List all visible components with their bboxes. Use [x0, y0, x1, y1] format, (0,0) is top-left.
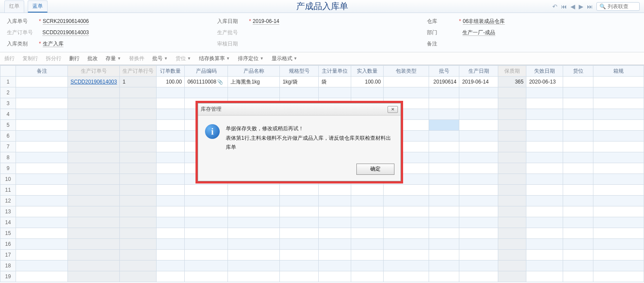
empty-cell[interactable] [280, 87, 319, 98]
empty-cell[interactable] [429, 217, 459, 228]
table-row[interactable]: 14 [0, 217, 644, 228]
empty-cell[interactable] [120, 98, 157, 109]
last-icon[interactable]: ⏭ [587, 3, 593, 10]
empty-cell[interactable] [498, 260, 526, 271]
empty-cell[interactable] [429, 206, 459, 217]
empty-cell[interactable] [563, 131, 593, 142]
empty-cell[interactable] [16, 142, 68, 152]
empty-cell[interactable] [384, 250, 429, 260]
col-pack[interactable]: 包装类型 [384, 66, 429, 77]
empty-cell[interactable] [593, 250, 644, 260]
empty-cell[interactable] [157, 98, 185, 109]
tb-sort[interactable]: 排序定位▼ [238, 55, 264, 62]
empty-cell[interactable] [68, 196, 120, 206]
first-icon[interactable]: ⏮ [561, 3, 567, 10]
cell-real-qty[interactable]: 100.00 [351, 77, 384, 87]
empty-cell[interactable] [16, 271, 68, 282]
empty-cell[interactable] [16, 239, 68, 250]
empty-cell[interactable] [563, 120, 593, 131]
col-order-qty[interactable]: 订单数量 [157, 66, 185, 77]
empty-cell[interactable] [120, 152, 157, 163]
empty-cell[interactable] [498, 239, 526, 250]
empty-cell[interactable] [498, 152, 526, 163]
empty-cell[interactable] [68, 206, 120, 217]
empty-cell[interactable] [429, 250, 459, 260]
empty-cell[interactable] [319, 206, 351, 217]
empty-cell[interactable] [351, 250, 384, 260]
empty-cell[interactable] [429, 271, 459, 282]
empty-cell[interactable] [68, 109, 120, 120]
empty-cell[interactable] [384, 196, 429, 206]
empty-cell[interactable] [526, 228, 563, 239]
list-search-input[interactable] [608, 3, 638, 10]
empty-cell[interactable] [16, 109, 68, 120]
empty-cell[interactable] [593, 185, 644, 196]
col-unit[interactable]: 主计量单位 [319, 66, 351, 77]
empty-cell[interactable] [16, 260, 68, 271]
empty-cell[interactable] [593, 206, 644, 217]
empty-cell[interactable] [319, 260, 351, 271]
empty-cell[interactable] [16, 163, 68, 174]
empty-cell[interactable] [593, 228, 644, 239]
empty-cell[interactable] [68, 142, 120, 152]
cell-unit[interactable]: 袋 [319, 77, 351, 87]
col-prod-code[interactable]: 产品编码 [185, 66, 228, 77]
empty-cell[interactable] [68, 87, 120, 98]
empty-cell[interactable] [498, 185, 526, 196]
empty-cell[interactable] [228, 250, 280, 260]
field-entry-date[interactable]: 2019-06-14 [253, 18, 317, 24]
empty-cell[interactable] [429, 142, 459, 152]
cell-shelf[interactable]: 365 [498, 77, 526, 87]
empty-cell[interactable] [593, 142, 644, 152]
cell-spec[interactable]: 1kg/袋 [280, 77, 319, 87]
empty-cell[interactable] [563, 142, 593, 152]
empty-cell[interactable] [351, 271, 384, 282]
empty-cell[interactable] [384, 185, 429, 196]
empty-cell[interactable] [563, 185, 593, 196]
tb-insert-row[interactable]: 插行 [4, 55, 15, 62]
empty-cell[interactable] [120, 206, 157, 217]
table-row[interactable]: 11 [0, 185, 644, 196]
empty-cell[interactable] [429, 98, 459, 109]
empty-cell[interactable] [16, 250, 68, 260]
empty-cell[interactable] [68, 174, 120, 185]
empty-cell[interactable] [526, 98, 563, 109]
empty-cell[interactable] [429, 228, 459, 239]
empty-cell[interactable] [319, 87, 351, 98]
undo-icon[interactable]: ↶ [552, 3, 557, 10]
empty-cell[interactable] [429, 260, 459, 271]
empty-cell[interactable] [120, 239, 157, 250]
empty-cell[interactable] [459, 98, 498, 109]
empty-cell[interactable] [280, 260, 319, 271]
empty-cell[interactable] [157, 250, 185, 260]
empty-cell[interactable] [120, 271, 157, 282]
table-row[interactable]: 15 [0, 228, 644, 239]
empty-cell[interactable] [429, 174, 459, 185]
empty-cell[interactable] [593, 174, 644, 185]
cell-bin[interactable] [563, 77, 593, 87]
empty-cell[interactable] [351, 217, 384, 228]
empty-cell[interactable] [16, 174, 68, 185]
empty-cell[interactable] [429, 131, 459, 142]
tab-red[interactable]: 红单 [4, 0, 24, 13]
empty-cell[interactable] [16, 196, 68, 206]
empty-cell[interactable] [228, 196, 280, 206]
empty-cell[interactable] [429, 120, 459, 131]
empty-cell[interactable] [319, 239, 351, 250]
col-prod-line[interactable]: 生产订单行号 [120, 66, 157, 77]
empty-cell[interactable] [593, 98, 644, 109]
empty-cell[interactable] [526, 250, 563, 260]
empty-cell[interactable] [185, 250, 228, 260]
empty-cell[interactable] [593, 109, 644, 120]
empty-cell[interactable] [459, 250, 498, 260]
empty-cell[interactable] [228, 87, 280, 98]
empty-cell[interactable] [498, 131, 526, 142]
table-row[interactable]: 13 [0, 206, 644, 217]
empty-cell[interactable] [319, 196, 351, 206]
cell-lot[interactable]: 20190614 [429, 77, 459, 87]
empty-cell[interactable] [68, 163, 120, 174]
prev-icon[interactable]: ◀ [570, 3, 575, 10]
empty-cell[interactable] [459, 228, 498, 239]
empty-cell[interactable] [185, 196, 228, 206]
empty-cell[interactable] [68, 185, 120, 196]
